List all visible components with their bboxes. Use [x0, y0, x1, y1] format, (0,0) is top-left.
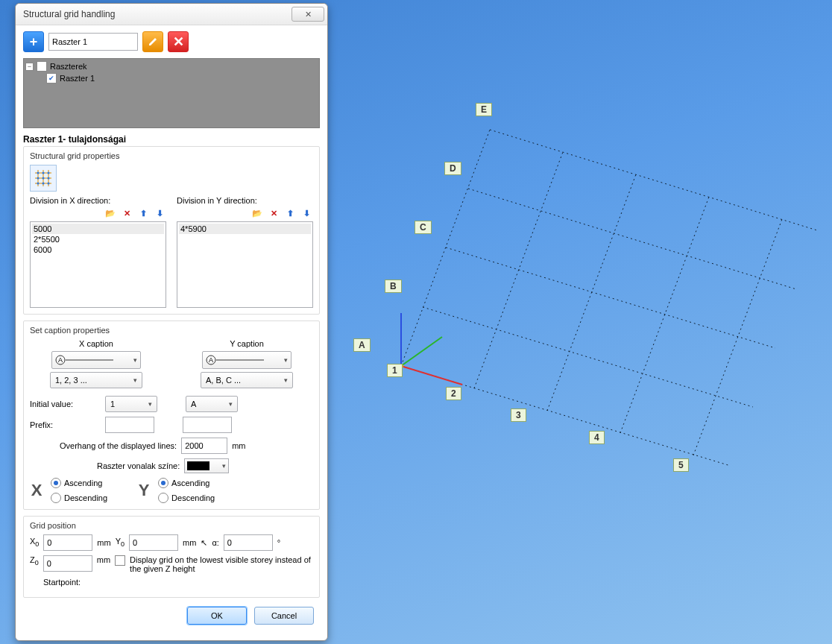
- svg-point-20: [37, 172, 40, 174]
- svg-point-21: [42, 172, 45, 174]
- y-sequence-value: A, B, C ...: [206, 376, 241, 385]
- caption-properties-group: Set caption properties X caption A ▾ 1, …: [23, 321, 320, 510]
- tree-root-label: Raszterek: [50, 62, 87, 71]
- chevron-down-icon: ▾: [284, 376, 288, 384]
- pick-point-button[interactable]: ↖: [201, 538, 207, 548]
- division-x-up-button[interactable]: ⬆: [136, 206, 150, 220]
- division-x-open-button[interactable]: 📂: [104, 206, 117, 220]
- division-x-list[interactable]: 5000 2*5500 6000: [30, 221, 166, 308]
- titlebar[interactable]: Structural grid handling ✕: [16, 4, 327, 25]
- x-ascending-label: Ascending: [64, 479, 102, 487]
- division-y-label: Division in Y direction:: [177, 196, 313, 205]
- svg-point-28: [48, 183, 50, 185]
- list-item[interactable]: 5000: [32, 224, 164, 234]
- grid-label-x1: 1: [387, 364, 403, 377]
- division-x-down-button[interactable]: ⬇: [153, 206, 166, 220]
- svg-line-11: [401, 337, 442, 366]
- edit-raster-button[interactable]: [142, 31, 163, 52]
- list-item[interactable]: 4*5900: [179, 224, 311, 234]
- x0-label: X0: [30, 537, 39, 548]
- x-initial-combo[interactable]: 1▾: [105, 396, 157, 412]
- svg-point-22: [48, 172, 50, 174]
- svg-line-7: [547, 174, 636, 411]
- x-sequence-value: 1, 2, 3 ...: [55, 376, 87, 385]
- grid-icon: [34, 168, 53, 188]
- x-axis-symbol: X: [30, 481, 43, 500]
- x-prefix-input[interactable]: [105, 417, 154, 433]
- y-descending-radio[interactable]: Descending: [158, 493, 215, 503]
- add-raster-button[interactable]: +: [23, 31, 44, 52]
- tree-collapse-icon[interactable]: −: [25, 63, 34, 71]
- raster-tree[interactable]: − Raszterek Raszter 1: [23, 58, 320, 128]
- close-icon: ✕: [305, 10, 312, 19]
- svg-line-10: [401, 366, 462, 385]
- x-icon: ✕: [271, 209, 277, 218]
- svg-line-6: [474, 152, 563, 388]
- x-descending-radio[interactable]: Descending: [51, 493, 107, 503]
- division-y-delete-button[interactable]: ✕: [267, 206, 280, 220]
- tree-item-label: Raszter 1: [60, 74, 95, 83]
- tree-item-checkbox[interactable]: [46, 73, 57, 83]
- linecolor-combo[interactable]: ▾: [184, 458, 229, 473]
- radio-icon: [158, 478, 168, 488]
- properties-heading: Raszter 1- tulajdonságai: [23, 134, 320, 145]
- caption-style-icon: A: [55, 355, 115, 365]
- structural-grid-legend: Structural grid properties: [30, 151, 313, 160]
- svg-point-25: [48, 177, 50, 180]
- list-item[interactable]: 6000: [32, 244, 164, 255]
- division-y-open-button[interactable]: 📂: [250, 206, 264, 220]
- svg-text:A: A: [209, 356, 213, 364]
- y-ascending-radio[interactable]: Ascending: [158, 478, 215, 488]
- delete-raster-button[interactable]: ✕: [168, 31, 189, 52]
- ok-button[interactable]: OK: [187, 607, 247, 625]
- y-prefix-input[interactable]: [183, 417, 232, 433]
- chevron-down-icon: ▾: [284, 356, 288, 364]
- y-initial-combo[interactable]: A▾: [186, 396, 238, 412]
- z0-unit: mm: [97, 555, 110, 564]
- grid-label-yC: C: [415, 221, 432, 234]
- grid-label-yA: A: [353, 338, 371, 352]
- arrow-up-icon: ⬆: [287, 209, 294, 218]
- cancel-button[interactable]: Cancel: [254, 607, 314, 625]
- overhang-unit: mm: [232, 441, 245, 450]
- y0-input[interactable]: [129, 534, 178, 551]
- chevron-down-icon: ▾: [229, 400, 233, 408]
- y-sequence-combo[interactable]: A, B, C ...▾: [201, 372, 293, 388]
- x-sequence-combo[interactable]: 1, 2, 3 ...▾: [50, 372, 142, 388]
- y-initial-value: A: [191, 400, 196, 408]
- x0-input[interactable]: [43, 534, 92, 551]
- alpha-unit: °: [277, 538, 280, 547]
- grid-position-legend: Grid position: [30, 521, 313, 530]
- structural-grid-dialog: Structural grid handling ✕ + ✕ − Raszter…: [15, 3, 328, 641]
- tree-item-raster1[interactable]: Raszter 1: [46, 72, 318, 84]
- tree-root-checkbox[interactable]: [37, 61, 47, 72]
- x-caption-style-combo[interactable]: A ▾: [51, 351, 141, 369]
- grid-label-yD: D: [444, 162, 461, 175]
- chevron-down-icon: ▾: [133, 376, 137, 384]
- grid-type-button[interactable]: [30, 165, 57, 192]
- tree-root[interactable]: − Raszterek: [25, 60, 318, 72]
- alpha-input[interactable]: [224, 534, 273, 551]
- y-caption-style-combo[interactable]: A ▾: [202, 351, 291, 369]
- division-y-list[interactable]: 4*5900: [177, 221, 313, 308]
- z0-input[interactable]: [43, 555, 92, 572]
- x-initial-value: 1: [110, 400, 115, 408]
- arrow-up-icon: ⬆: [140, 209, 147, 218]
- division-y-up-button[interactable]: ⬆: [283, 206, 297, 220]
- radio-icon: [51, 493, 61, 503]
- division-x-delete-button[interactable]: ✕: [120, 206, 133, 220]
- x0-unit: mm: [97, 538, 110, 547]
- raster-name-input[interactable]: [48, 33, 138, 51]
- close-button[interactable]: ✕: [291, 7, 324, 22]
- overhang-input[interactable]: [181, 438, 227, 454]
- lowest-storey-checkbox[interactable]: [115, 555, 125, 566]
- list-item[interactable]: 2*5500: [32, 234, 164, 244]
- y0-label: Y0: [116, 537, 125, 548]
- radio-icon: [51, 478, 61, 488]
- x-ascending-radio[interactable]: Ascending: [51, 478, 107, 488]
- grid-position-group: Grid position X0 mm Y0 mm ↖ α: ° Z0 mm D…: [23, 516, 320, 598]
- chevron-down-icon: ▾: [133, 356, 137, 364]
- division-y-down-button[interactable]: ⬇: [300, 206, 313, 220]
- folder-icon: 📂: [252, 209, 262, 218]
- grid-label-yE: E: [476, 103, 492, 116]
